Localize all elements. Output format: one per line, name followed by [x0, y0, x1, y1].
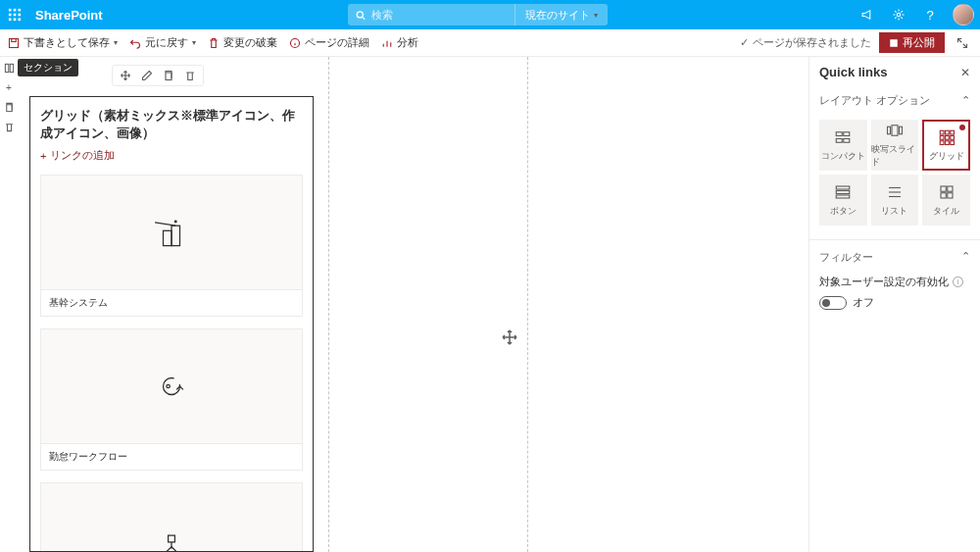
search-scope-label: 現在のサイト [525, 8, 590, 23]
save-draft-button[interactable]: 下書きとして保存 ▾ [8, 35, 118, 50]
discard-button[interactable]: 変更の破棄 [208, 35, 277, 50]
rail-tooltip: セクション [18, 59, 78, 76]
svg-rect-3 [9, 14, 12, 17]
svg-rect-13 [12, 38, 17, 41]
svg-rect-38 [844, 138, 850, 142]
layout-compact[interactable]: コンパクト [819, 120, 867, 171]
svg-rect-42 [940, 130, 944, 134]
svg-rect-7 [14, 19, 17, 22]
refresh-icon [155, 370, 188, 403]
discard-label: 変更の破棄 [223, 35, 277, 50]
undo-label: 元に戻す [145, 35, 188, 50]
layout-grid[interactable]: グリッド [922, 120, 970, 171]
svg-point-11 [897, 13, 901, 17]
info-icon[interactable]: i [953, 276, 963, 287]
search-box[interactable] [348, 4, 514, 25]
rail-add-icon[interactable]: + [2, 80, 16, 94]
layout-options: コンパクト 映写スライド グリッド ボタン リスト タイル [809, 114, 980, 231]
app-launcher[interactable] [0, 0, 29, 29]
grid-icon [938, 128, 956, 146]
settings-icon[interactable] [884, 0, 913, 29]
svg-rect-45 [940, 135, 944, 139]
svg-rect-57 [941, 186, 946, 191]
search-input[interactable] [371, 9, 507, 21]
quick-links-webpart[interactable]: グリッド（素材ミックス※標準アイコン、作成アイコン、画像） + リンクの追加 基… [29, 96, 314, 552]
svg-rect-21 [5, 64, 8, 72]
tile-icon-wrap [41, 176, 302, 289]
filter-label: フィルター [819, 250, 873, 265]
megaphone-icon[interactable] [853, 0, 882, 29]
analytics-button[interactable]: 分析 [381, 35, 418, 50]
layout-label: 映写スライド [871, 143, 919, 169]
page-details-button[interactable]: ページの詳細 [289, 35, 369, 50]
left-rail: + [0, 57, 18, 552]
chevron-down-icon: ▾ [594, 11, 598, 20]
svg-point-30 [167, 385, 170, 388]
link-tile[interactable] [40, 482, 303, 552]
delete-tool[interactable] [183, 69, 197, 82]
tile-icon-wrap [41, 483, 302, 552]
edit-tool[interactable] [140, 69, 154, 82]
svg-point-29 [164, 378, 180, 395]
layout-label: タイル [933, 205, 959, 218]
duplicate-tool[interactable] [162, 69, 175, 82]
suite-nav: SharePoint 現在のサイト ▾ ? [0, 0, 980, 29]
save-icon [8, 37, 20, 49]
svg-rect-41 [899, 126, 902, 134]
filter-header[interactable]: フィルター ⌃ [819, 250, 970, 265]
svg-rect-47 [950, 135, 954, 139]
rail-section-icon[interactable] [2, 61, 16, 75]
move-icon [120, 70, 131, 81]
pencil-icon [141, 70, 153, 81]
page-details-label: ページの詳細 [305, 35, 369, 50]
republish-button[interactable]: 再公開 [879, 32, 945, 53]
layout-button[interactable]: ボタン [819, 175, 867, 226]
help-icon[interactable]: ? [915, 0, 945, 29]
analytics-label: 分析 [397, 35, 418, 50]
audience-text: 対象ユーザー設定の有効化 [819, 275, 949, 289]
link-tile[interactable]: 勤怠ワークフロー [40, 328, 303, 471]
link-tile[interactable]: 基幹システム [40, 175, 303, 317]
svg-rect-48 [940, 140, 944, 144]
layout-label: ボタン [830, 205, 857, 218]
chevron-up-icon: ⌃ [961, 250, 970, 265]
toggle-knob [822, 299, 830, 307]
rail-copy-icon[interactable] [2, 100, 16, 114]
layout-options-header[interactable]: レイアウト オプション ⌃ [809, 87, 980, 114]
svg-rect-8 [19, 19, 22, 22]
search-scope[interactable]: 現在のサイト ▾ [514, 4, 608, 25]
undo-button[interactable]: 元に戻す ▾ [129, 35, 196, 50]
layout-tile[interactable]: タイル [922, 175, 970, 226]
layout-filmstrip[interactable]: 映写スライド [871, 120, 919, 171]
svg-rect-12 [10, 38, 19, 47]
buildings-icon [155, 216, 188, 249]
svg-rect-40 [892, 125, 898, 136]
layout-list[interactable]: リスト [871, 175, 919, 226]
audience-toggle[interactable] [819, 296, 847, 310]
add-link-button[interactable]: + リンクの追加 [40, 148, 303, 163]
column-divider [527, 57, 528, 552]
svg-rect-26 [172, 226, 180, 246]
page-count: 1/12 [114, 67, 808, 76]
avatar[interactable] [953, 4, 974, 25]
svg-rect-33 [165, 547, 178, 552]
svg-rect-1 [14, 9, 17, 12]
flowchart-icon [155, 530, 188, 552]
add-link-label: リンクの追加 [50, 148, 115, 163]
collapse-panel-button[interactable] [953, 33, 972, 53]
svg-rect-49 [945, 140, 949, 144]
panel-title: Quick links [819, 65, 887, 79]
panel-close-button[interactable]: ✕ [960, 66, 970, 79]
tile-label: 勤怠ワークフロー [41, 443, 302, 470]
layout-options-label: レイアウト オプション [819, 93, 930, 108]
rail-delete-icon[interactable] [2, 120, 16, 133]
svg-rect-43 [945, 130, 949, 134]
move-tool[interactable] [119, 69, 132, 82]
audience-label: 対象ユーザー設定の有効化 i [819, 275, 970, 289]
list-icon [886, 183, 904, 201]
svg-rect-46 [945, 135, 949, 139]
svg-rect-53 [837, 195, 851, 198]
analytics-icon [381, 37, 393, 49]
svg-rect-52 [837, 190, 851, 193]
canvas: 1/12 グリッド（素材ミックス※標準アイコン、作成アイコン、画像） + リンク… [18, 57, 808, 552]
